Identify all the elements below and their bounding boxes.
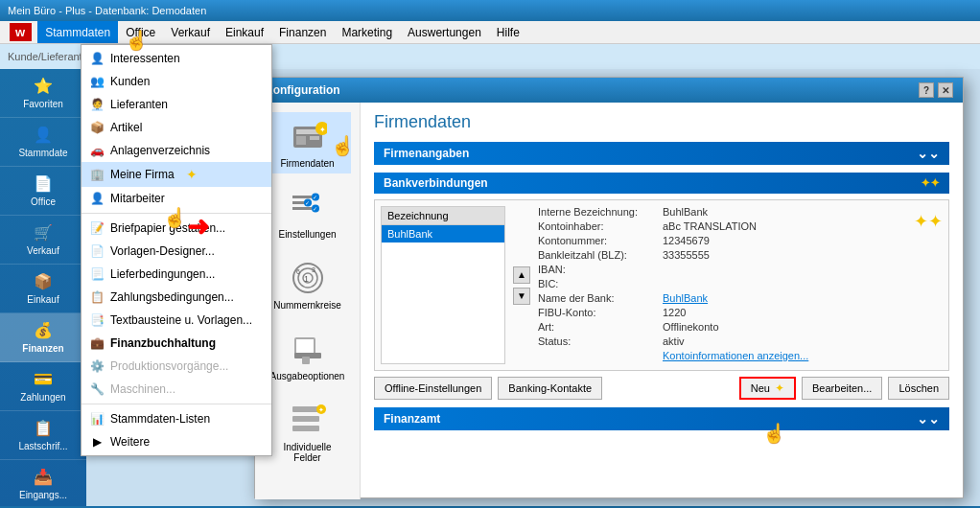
dropdown-item-kunden[interactable]: 👥 Kunden <box>82 70 271 93</box>
sidebar-item-stammdaten[interactable]: 👤 Stammdate <box>0 118 86 167</box>
doc-icon: 📝 <box>89 220 105 236</box>
svg-rect-8 <box>292 207 312 210</box>
svg-text:3: 3 <box>312 266 315 273</box>
finanzamt-header: Finanzamt ⌄⌄ <box>374 407 949 430</box>
dropdown-item-textbausteine[interactable]: 📑 Textbausteine u. Vorlagen... <box>82 309 271 332</box>
sidebar-item-zahlungen[interactable]: 💳 Zahlungen <box>0 362 86 411</box>
person-icon: 👤 <box>89 51 105 66</box>
dropdown-menu-overlay: 👤 Interessenten 👥 Kunden 🧑‍💼 Lieferanten… <box>81 44 272 456</box>
dialog-close-button[interactable]: ✕ <box>938 82 953 98</box>
bearbeiten-button[interactable]: Bearbeiten... <box>802 377 882 400</box>
dropdown-item-stammdaten-listen[interactable]: 📊 Stammdaten-Listen <box>82 407 271 430</box>
dialog-nav-einstellungen[interactable]: ✓ ✓ ✓ Einstellungen <box>265 183 351 244</box>
machine-icon: 🔧 <box>89 381 105 397</box>
svg-text:✦: ✦ <box>318 406 324 413</box>
divider1 <box>82 213 271 214</box>
dropdown-item-zahlungsbedingungen[interactable]: 📋 Zahlungsbedingungen... <box>82 286 271 309</box>
divider2 <box>82 404 271 404</box>
dropdown-item-anlagen[interactable]: 🚗 Anlagenverzeichnis <box>82 139 271 162</box>
svg-rect-3 <box>310 136 319 140</box>
dialog-nav-individuellefelder[interactable]: ✦ Individuelle Felder <box>265 396 351 468</box>
dialog-content-title: Firmendaten <box>374 112 949 132</box>
doc4-icon: 📋 <box>89 289 105 305</box>
dropdown-item-produktionsvorgaenge[interactable]: ⚙️ Produktionsvorgänge... <box>82 355 271 378</box>
individuellefelder-icon: ✦ <box>289 401 327 439</box>
dialog-help-button[interactable]: ? <box>919 82 934 98</box>
menu-marketing[interactable]: Marketing <box>334 21 400 43</box>
bank-detail-link: Kontoinformationen anzeigen... <box>538 350 906 361</box>
bank-up-button[interactable]: ▲ <box>513 266 530 284</box>
dropdown-item-artikel[interactable]: 📦 Artikel <box>82 116 271 139</box>
sidebar-item-favoriten[interactable]: ⭐ Favoriten <box>0 69 86 118</box>
dialog-body: ✦ Firmendaten ✓ ✓ ✓ <box>255 103 963 499</box>
dropdown-item-weitere[interactable]: ▶ Weitere <box>82 430 271 453</box>
red-arrow: ➜ <box>187 211 209 242</box>
bankverbindungen-sparkle: ✦✦ <box>921 176 940 190</box>
more-icon: ▶ <box>89 434 105 450</box>
box-icon: 📦 <box>89 120 105 135</box>
svg-rect-25 <box>292 406 319 412</box>
offline-einstellungen-button[interactable]: Offline-Einstellungen <box>374 377 492 400</box>
sidebar-item-einkauf[interactable]: 📦 Einkauf <box>0 265 86 313</box>
svg-rect-24 <box>302 357 310 364</box>
dropdown-item-mitarbeiter[interactable]: 👤 Mitarbeiter <box>82 187 271 210</box>
menu-bar: w Stammdaten Office Verkauf Einkauf Fina… <box>0 21 980 44</box>
sidebar-item-lastschriften[interactable]: 📋 Lastschrif... <box>0 411 86 460</box>
dialog-nav-firmendaten[interactable]: ✦ Firmendaten <box>265 112 351 173</box>
svg-text:✓: ✓ <box>313 195 317 200</box>
bank-arrows: ▲ ▼ <box>513 206 530 364</box>
menu-verkauf[interactable]: Verkauf <box>163 21 218 43</box>
loeschen-button[interactable]: Löschen <box>888 377 949 400</box>
menu-hilfe[interactable]: Hilfe <box>489 21 527 43</box>
menu-auswertungen[interactable]: Auswertungen <box>400 21 489 43</box>
dialog-nav-ausgabeoptionen[interactable]: Ausgabeoptionen <box>265 325 351 386</box>
dropdown-item-interessenten[interactable]: 👤 Interessenten <box>82 47 271 70</box>
dropdown-item-maschinen[interactable]: 🔧 Maschinen... <box>82 378 271 401</box>
sparkle-icon: ✦ <box>186 167 198 182</box>
bank-down-button[interactable]: ▼ <box>513 288 530 305</box>
menu-stammdaten[interactable]: Stammdaten <box>37 21 118 43</box>
title-bar: Mein Büro - Plus - Datenbank: Demodaten <box>0 0 980 21</box>
bankverbindungen-section: Bankverbindungen ✦✦ Bezeichnung BuhlBank… <box>374 173 949 400</box>
dropdown-item-briefpapier[interactable]: 📝 Briefpapier gestalten... <box>82 217 271 240</box>
bank-list-item-buhlbank[interactable]: BuhlBank <box>382 225 504 242</box>
menu-finanzen[interactable]: Finanzen <box>271 21 334 43</box>
dropdown-item-lieferanten[interactable]: 🧑‍💼 Lieferanten <box>82 93 271 116</box>
dialog-nav-nummernkreise[interactable]: 1 3 6 Nummernkreise <box>265 254 351 315</box>
bank-detail-bic: BIC: <box>538 278 906 289</box>
sidebar-item-eingangs[interactable]: 📥 Eingangs... <box>0 460 86 508</box>
bank-actions: Offline-Einstellungen Banking-Kontakte N… <box>374 377 949 400</box>
svg-rect-6 <box>292 196 312 198</box>
menu-einkauf[interactable]: Einkauf <box>218 21 271 43</box>
sidebar-item-finanzen[interactable]: 💰 Finanzen <box>0 313 86 362</box>
person-group-icon: 👥 <box>89 74 105 89</box>
dialog-nav-nummernkreise-label: Nummernkreise <box>269 300 346 311</box>
dialog-controls: ? ✕ <box>919 82 953 98</box>
finanzamt-collapse[interactable]: ⌄⌄ <box>917 411 940 427</box>
finance-icon: 💼 <box>89 335 105 351</box>
nummernkreise-icon: 1 3 6 <box>289 259 327 297</box>
bank-detail-kontonummer: Kontonummer: 12345679 <box>538 235 906 246</box>
title-text: Mein Büro - Plus - Datenbank: Demodaten <box>8 5 206 16</box>
car-icon: 🚗 <box>89 143 105 158</box>
svg-rect-26 <box>292 416 319 422</box>
dropdown-item-finanzbuchhaltung[interactable]: 💼 Finanzbuchhaltung <box>82 332 271 355</box>
bank-list-header: Bezeichnung <box>382 207 504 225</box>
dialog-nav-individuellefelder-label: Individuelle Felder <box>269 442 346 463</box>
doc3-icon: 📃 <box>89 266 105 282</box>
search-label: Kunde/Lieferant <box>8 51 82 62</box>
sidebar-item-office[interactable]: 📄 Office <box>0 167 86 216</box>
dropdown-item-meinefirma[interactable]: 🏢 Meine Firma ✦ <box>82 162 271 187</box>
person2-icon: 👤 <box>89 191 105 206</box>
finanzamt-section: Finanzamt ⌄⌄ <box>374 407 949 430</box>
bank-content: Bezeichnung BuhlBank ▲ ▼ Interne Bezeich… <box>374 199 949 371</box>
menu-office[interactable]: Office <box>118 21 163 43</box>
sidebar-item-verkauf[interactable]: 🛒 Verkauf <box>0 216 86 265</box>
firmenangaben-collapse[interactable]: ⌄⌄ <box>917 146 940 161</box>
dropdown-item-vorlagen[interactable]: 📄 Vorlagen-Designer... <box>82 240 271 263</box>
dropdown-item-lieferbedingungen[interactable]: 📃 Lieferbedingungen... <box>82 263 271 286</box>
neu-button[interactable]: Neu ✦ <box>739 377 796 400</box>
dialog-nav-einstellungen-label: Einstellungen <box>269 229 346 240</box>
list-icon: 📊 <box>89 411 105 427</box>
banking-kontakte-button[interactable]: Banking-Kontakte <box>498 377 602 400</box>
